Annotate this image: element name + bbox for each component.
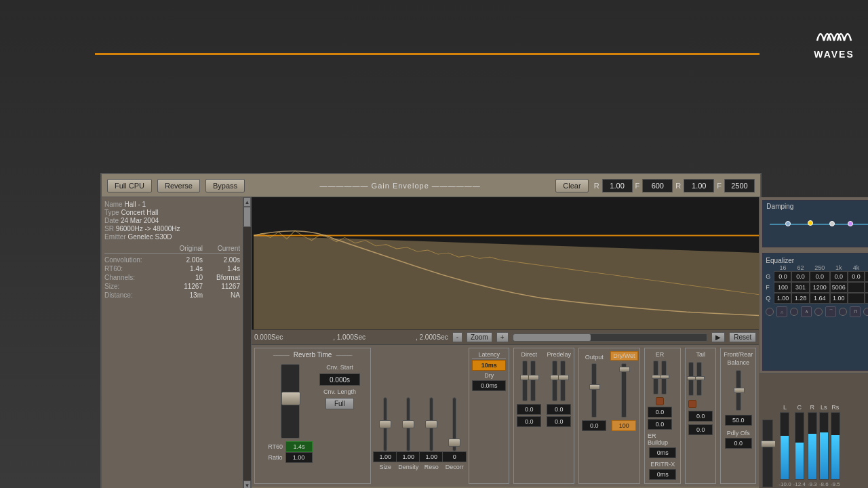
reverse-button[interactable]: Reverse (157, 179, 200, 192)
r2-value-input[interactable] (684, 179, 714, 192)
dry-wet-input[interactable] (612, 420, 636, 431)
tail-fader1-track[interactable] (688, 362, 694, 396)
f-value1-input[interactable] (642, 179, 673, 192)
latency-input-1[interactable] (472, 360, 506, 371)
eq-q-250[interactable] (810, 293, 830, 304)
eq-q-16k[interactable] (865, 293, 868, 304)
reset-button[interactable]: Reset (729, 332, 756, 342)
direct-input-2[interactable] (517, 416, 541, 427)
eq-radio-2[interactable] (790, 308, 798, 316)
size-fader-thumb[interactable] (379, 420, 391, 428)
cnv-start-input[interactable] (319, 373, 360, 386)
reso-input[interactable] (419, 451, 443, 462)
tail-fader2-track[interactable] (696, 362, 702, 396)
damping-dot-2[interactable] (808, 220, 813, 226)
eq-q-1k[interactable] (830, 293, 848, 304)
damping-dot-4[interactable] (848, 221, 853, 226)
direct-input-1[interactable] (517, 404, 541, 415)
eq-g-16[interactable] (774, 271, 791, 282)
eq-g-16k[interactable] (865, 271, 868, 282)
tail-input-1[interactable] (688, 411, 713, 422)
eq-q-62[interactable] (791, 293, 809, 304)
eq-radio-3[interactable] (814, 308, 823, 316)
scroll-up-arrow[interactable]: ▲ (243, 197, 251, 207)
large-fader-track[interactable] (281, 364, 300, 439)
dry-wet-fader-thumb[interactable] (619, 367, 630, 372)
er-fader1-track[interactable] (653, 361, 658, 394)
density-input[interactable] (396, 451, 420, 462)
eq-f-16k[interactable] (865, 282, 868, 293)
predelay-fader2-thumb[interactable] (558, 375, 569, 380)
eq-f-16[interactable] (774, 282, 791, 293)
eq-f-1k[interactable] (830, 282, 848, 293)
direct-fader2-thumb[interactable] (528, 375, 539, 380)
er-buildup-input[interactable] (649, 447, 676, 458)
eq-g-250[interactable] (810, 271, 830, 282)
timeline-arrow-btn[interactable]: ▶ (711, 332, 725, 342)
balance-fader-track[interactable] (736, 370, 741, 411)
eq-shape-notch[interactable]: ⊓ (850, 306, 861, 317)
eq-radio-1[interactable] (766, 308, 774, 316)
decorr-input[interactable] (442, 451, 467, 462)
size-fader-track[interactable] (383, 397, 387, 451)
pdly-ofs-input[interactable] (725, 438, 752, 449)
er-fader2-track[interactable] (661, 361, 667, 394)
density-fader-thumb[interactable] (402, 420, 414, 428)
eq-q-16[interactable] (774, 293, 791, 304)
predelay-fader1-track[interactable] (552, 361, 557, 401)
ratio-input[interactable] (285, 452, 313, 463)
er-led-1[interactable] (656, 397, 664, 405)
dry-wet-fader-track[interactable] (621, 363, 627, 418)
eq-shape-bell[interactable]: ∩ (776, 306, 787, 317)
reso-fader-thumb[interactable] (425, 420, 437, 428)
damping-dot-3[interactable] (829, 221, 835, 226)
scroll-thumb[interactable] (243, 207, 251, 227)
eq-g-4k[interactable] (848, 271, 865, 282)
zoom-label-button[interactable]: Zoom (467, 332, 492, 342)
f-value2-input[interactable] (724, 179, 755, 192)
full-cpu-button[interactable]: Full CPU (107, 179, 152, 192)
tail-led[interactable] (688, 400, 696, 408)
direct-fader2-track[interactable] (530, 361, 536, 401)
reso-fader-track[interactable] (429, 397, 433, 451)
tail-fader2-thumb[interactable] (695, 376, 705, 380)
er-fader2-thumb[interactable] (660, 375, 669, 379)
direct-fader-track[interactable] (522, 361, 528, 401)
balance-input[interactable] (725, 415, 752, 426)
eq-f-250[interactable] (810, 282, 830, 293)
er-input-1[interactable] (648, 407, 672, 418)
er-input-2[interactable] (648, 419, 672, 430)
decorr-fader-track[interactable] (452, 397, 456, 451)
predelay-input-1[interactable] (547, 404, 571, 415)
density-fader-track[interactable] (406, 397, 410, 451)
size-input[interactable] (373, 451, 397, 462)
eq-q-4k[interactable] (848, 293, 865, 304)
balance-fader-thumb[interactable] (734, 388, 745, 393)
eritr-input[interactable] (649, 469, 676, 480)
r-value-input[interactable] (602, 179, 633, 192)
decorr-fader-thumb[interactable] (448, 439, 460, 447)
large-fader-thumb[interactable] (281, 392, 300, 405)
zoom-plus-button[interactable]: + (496, 332, 509, 342)
cnv-full-button[interactable]: Full (326, 398, 354, 409)
eq-g-1k[interactable] (830, 271, 848, 282)
output-fader-track[interactable] (591, 363, 597, 418)
zoom-minus-button[interactable]: - (452, 332, 462, 342)
eq-g-62[interactable] (791, 271, 809, 282)
eq-f-4k[interactable] (848, 282, 865, 293)
output-master-fader-track[interactable] (762, 420, 773, 487)
predelay-input-2[interactable] (547, 416, 571, 427)
predelay-fader2-track[interactable] (560, 361, 566, 401)
clear-button[interactable]: Clear (555, 179, 588, 192)
scroll-down-arrow[interactable]: ▼ (243, 481, 251, 488)
eq-shape-shelf[interactable]: ⌒ (825, 306, 836, 317)
damping-dot-1[interactable] (785, 221, 791, 226)
latency-input-2[interactable] (472, 380, 506, 391)
timeline-scrollbar[interactable] (513, 333, 708, 342)
eq-f-62[interactable] (791, 282, 809, 293)
eq-shape-peak[interactable]: ∧ (801, 306, 812, 317)
eq-radio-4[interactable] (839, 308, 847, 316)
tail-input-2[interactable] (688, 424, 713, 435)
rt60-input[interactable] (285, 441, 313, 452)
output-fader-thumb[interactable] (589, 384, 600, 390)
